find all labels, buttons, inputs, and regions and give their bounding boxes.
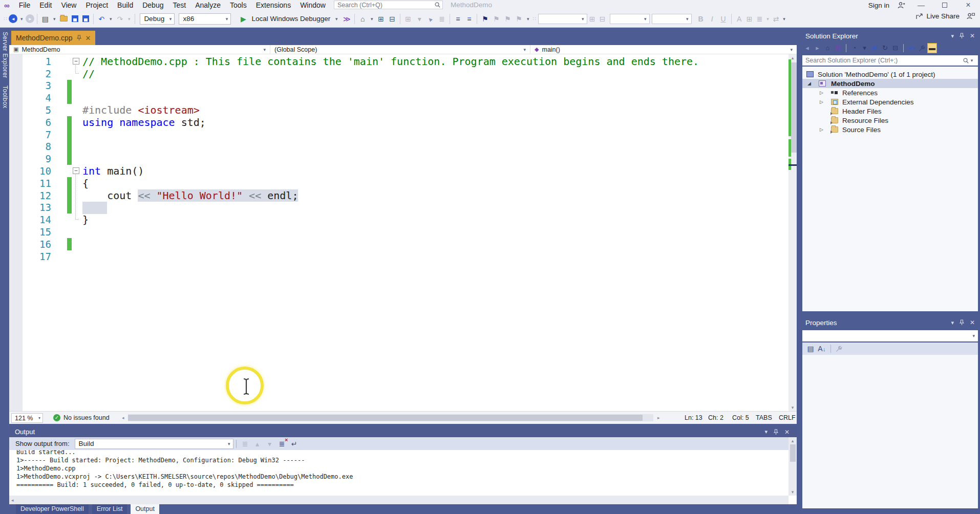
expander-icon[interactable]: ◢ [807,81,811,86]
find-message-button[interactable]: ≣ [240,438,250,449]
save-all-button[interactable] [82,15,89,22]
tree-row-resource-files[interactable]: Resource Files [802,116,978,125]
quick-launch-home-button[interactable]: ⌂ [357,13,368,25]
menu-item-window[interactable]: Window [295,1,330,9]
properties-button[interactable] [917,45,927,52]
menu-item-edit[interactable]: Edit [35,1,56,9]
find-in-files-button[interactable]: ⊞ [403,13,413,25]
font-color-button[interactable]: A [734,13,744,25]
format-window-button[interactable]: ⊟ [598,13,608,25]
tree-row-source-files[interactable]: ▷ Source Files [802,125,978,134]
comment-button[interactable]: ≣ [437,13,447,25]
tree-row-references[interactable]: ▷ References [802,88,978,97]
close-panel-icon[interactable]: ✕ [970,319,975,326]
pin-icon[interactable] [77,35,81,41]
output-title-bar[interactable]: Output ▾ ✕ [9,426,797,437]
link-button[interactable]: ⇄ [771,13,781,25]
pending-changes-filter-button[interactable]: ◔ [849,42,859,54]
editor-vertical-scrollbar[interactable]: ▴ ▾ [789,54,797,411]
new-project-dropdown-icon[interactable]: ▾ [51,13,57,25]
collapse-all-button[interactable]: ⊟ [890,42,900,54]
document-tab-active[interactable]: MethodDemo.cpp ✕ [11,31,95,45]
home-dropdown-icon[interactable]: ▾ [369,13,375,25]
window-position-icon[interactable]: ▾ [951,33,954,39]
properties-object-combobox[interactable]: ▾ [802,330,978,341]
italic-button[interactable]: I [707,13,717,25]
clear-all-button[interactable]: ≣× [276,438,288,449]
back-button[interactable]: ◂ [802,42,812,54]
menu-item-project[interactable]: Project [81,1,113,9]
member-dropdown[interactable]: ◆ main() ▾ [530,45,797,54]
font-combobox[interactable]: ▾ [610,14,650,24]
previous-message-button[interactable]: ▴ [252,438,263,449]
close-tab-icon[interactable]: ✕ [86,34,91,42]
refresh-button[interactable]: ↻ [880,42,890,54]
view-code-button[interactable]: <> [907,42,917,54]
show-all-files-button[interactable]: ▬ [927,43,937,53]
pin-icon[interactable] [960,319,964,326]
navigate-back-dropdown-icon[interactable]: ▾ [18,13,25,25]
toolbar-overflow-icon[interactable]: ▾ [781,13,787,25]
highlight-button[interactable]: ⊞ [744,13,755,25]
user-account-icon[interactable] [898,2,905,9]
close-button[interactable]: × [961,1,976,10]
panel-tab-developer-powershell[interactable]: Developer PowerShell [16,504,89,514]
minimize-button[interactable]: — [913,1,929,9]
alphabetical-button[interactable]: A↓ [818,343,826,354]
toggle-bookmark-button[interactable]: ⚑ [480,13,490,25]
solution-explorer-search-box[interactable]: Search Solution Explorer (Ctrl+;) ▾ [802,55,978,66]
attach-to-process-button[interactable]: ≫ [342,13,352,25]
scroll-right-icon[interactable]: ▸ [657,415,660,420]
align-button[interactable]: ≣ [755,13,765,25]
code-editor[interactable]: 1 − // MethodDemo.cpp : This file contai… [9,54,797,411]
build-project-button[interactable]: ⊟ [387,13,397,25]
tab-server-explorer[interactable]: Server Explorer [2,32,9,78]
tree-row-external-dependencies[interactable]: ▷ External Dependencies [802,97,978,106]
feedback-icon[interactable] [967,13,975,19]
navigate-cursor-button[interactable]: ◂ [423,11,438,27]
decrease-indent-button[interactable]: ≡ [453,13,463,25]
expander-icon[interactable]: ▷ [820,99,823,104]
solution-configuration-combobox[interactable]: Debug ▾ [140,13,175,25]
next-message-button[interactable]: ▾ [265,438,275,449]
menu-item-debug[interactable]: Debug [138,1,168,9]
live-share-button[interactable]: Live Share [916,12,960,20]
maximize-button[interactable] [937,1,952,9]
toolbar-grip[interactable]: ∷ [532,16,536,22]
menu-item-test[interactable]: Test [168,1,190,9]
expander-icon[interactable]: ▷ [820,90,823,95]
tab-toolbox[interactable]: Toolbox [2,85,9,109]
save-button[interactable] [72,15,78,22]
format-box-button[interactable]: ⊞ [587,13,598,25]
output-vertical-scrollbar[interactable]: ▴ ▾ [789,437,797,496]
solution-platform-combobox[interactable]: x86 ▾ [179,13,231,25]
project-dropdown[interactable]: ▣ MethodDemo ▾ [9,45,270,54]
undo-button[interactable]: ↶ [96,13,106,25]
panel-tab-error-list[interactable]: Error List [92,504,127,514]
menu-item-build[interactable]: Build [113,1,138,9]
font-size-combobox[interactable]: ▾ [652,14,692,24]
menu-item-tools[interactable]: Tools [225,1,251,9]
scroll-down-icon[interactable]: ▾ [789,489,797,495]
scrollbar-thumb[interactable] [791,62,797,153]
categorized-button[interactable]: ▤ [805,343,816,354]
increase-indent-button[interactable]: ≡ [464,13,474,25]
redo-dropdown-icon[interactable]: ▾ [126,13,132,25]
start-debugging-button[interactable]: ▶ Local Windows Debugger ▾ [236,13,342,25]
next-bookmark-button[interactable]: ⚑ [502,13,513,25]
expander-icon[interactable]: ▷ [820,127,823,132]
zoom-combobox[interactable]: 121 % ▾ [11,413,43,423]
menu-item-extensions[interactable]: Extensions [251,1,295,9]
search-dropdown-icon[interactable]: ▾ [969,55,975,66]
tree-row-solution-methoddemo-1-of-1-project-[interactable]: Solution 'MethodDemo' (1 of 1 project) [802,70,978,79]
sync-with-active-document-button[interactable]: ⇄ [870,42,880,54]
tree-row-methoddemo[interactable]: ◢ MethodDemo [802,79,978,88]
new-project-button[interactable]: ▤ [40,13,50,25]
status-eol[interactable]: CRLF [779,414,796,421]
redo-button[interactable]: ↷ [115,13,125,25]
undo-dropdown-icon[interactable]: ▾ [108,13,114,25]
menu-item-view[interactable]: View [56,1,81,9]
home-button[interactable]: ⌂ [823,42,833,54]
filter-dropdown-icon[interactable]: ▾ [860,42,869,54]
editor-horizontal-scrollbar[interactable] [128,414,653,421]
